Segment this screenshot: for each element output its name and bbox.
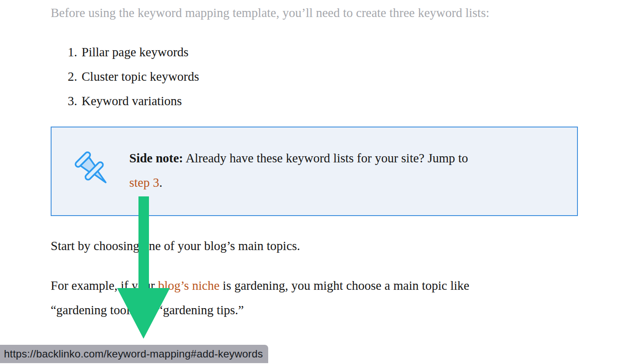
list-item: 2.Cluster topic keywords [68,69,199,84]
intro-paragraph: Before using the keyword mapping templat… [51,5,584,20]
list-item-number: 1. [68,45,77,59]
paragraph-start-topics: Start by choosing one of your blog’s mai… [51,238,575,253]
side-note-box: Side note: Already have these keyword li… [51,127,578,216]
list-item-label: Keyword variations [82,94,182,108]
blogs-niche-link[interactable]: blog’s niche [158,278,220,292]
paragraph-text: For example, if your [51,278,158,292]
side-note-label: Side note: [129,151,183,165]
list-item-number: 3. [68,93,77,108]
list-item-label: Pillar page keywords [82,45,189,59]
pushpin-icon [73,150,114,190]
list-item-label: Cluster topic keywords [82,69,199,83]
paragraph-text: “gardening tools” or “gardening tips.” [51,303,244,317]
side-note-text: Side note: Already have these keyword li… [129,146,562,195]
paragraph-text: is gardening, you might choose a main to… [220,278,470,292]
side-note-suffix: . [159,175,162,189]
paragraph-example: For example, if your blog’s niche is gar… [51,273,584,322]
article-page: Before using the keyword mapping templat… [0,0,629,364]
list-item: 1.Pillar page keywords [68,45,189,59]
browser-status-bar: https://backlinko.com/keyword-mapping#ad… [0,345,268,363]
step-3-link[interactable]: step 3 [129,175,159,189]
side-note-body: Already have these keyword lists for you… [183,151,468,165]
status-bar-url: https://backlinko.com/keyword-mapping#ad… [4,348,263,360]
list-item-number: 2. [68,69,77,84]
list-item: 3.Keyword variations [68,93,182,108]
